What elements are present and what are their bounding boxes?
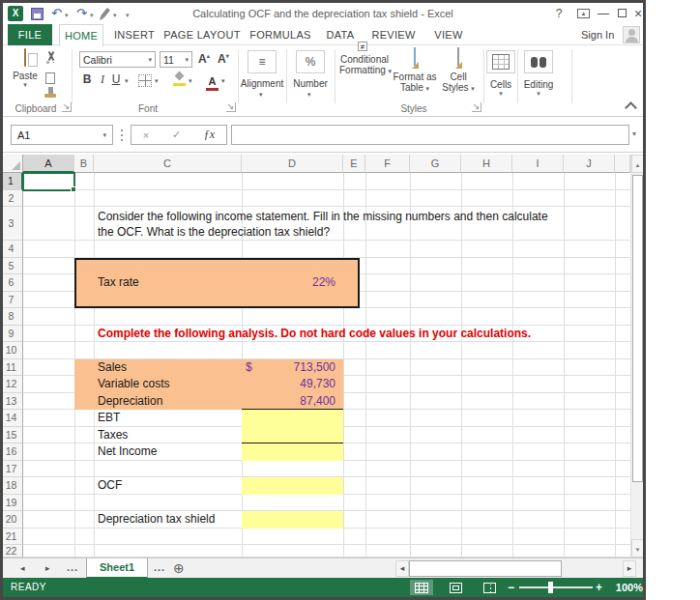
font-size-select[interactable]: 11▾ xyxy=(160,51,192,68)
cell-D13-11[interactable]: 87,400 xyxy=(242,394,335,409)
redo-button[interactable]: ↷ xyxy=(76,6,87,21)
cell-C12-8[interactable]: Variable costs xyxy=(98,377,169,391)
help-button[interactable]: ? xyxy=(550,5,568,22)
row-header-13[interactable]: 13 xyxy=(0,393,23,411)
tab-home[interactable]: HOME xyxy=(59,24,103,46)
italic-button[interactable]: I xyxy=(96,72,109,87)
horizontal-scroll-thumb[interactable] xyxy=(409,560,562,577)
number-button[interactable]: % xyxy=(296,50,325,73)
restore-button[interactable] xyxy=(618,9,627,17)
cell-C16-14[interactable]: Net Income xyxy=(98,444,157,459)
tab-insert[interactable]: INSERT xyxy=(111,24,158,45)
row-header-19[interactable]: 19 xyxy=(0,495,23,512)
cell-C15-13[interactable]: Taxes xyxy=(98,428,128,443)
cell-C3-0[interactable]: Consider the following income statement.… xyxy=(98,210,548,224)
row-header-17[interactable]: 17 xyxy=(0,461,23,478)
cell-D11-7[interactable]: 713,500 xyxy=(242,360,335,375)
cell-C9-4[interactable]: Complete the following analysis. Do not … xyxy=(98,327,531,341)
row-header-11[interactable]: 11 xyxy=(0,359,23,377)
format-as-table-button[interactable]: Format as Table ▾ xyxy=(392,48,438,93)
row-header-18[interactable]: 18 xyxy=(0,477,23,495)
zoom-slider-track[interactable] xyxy=(519,586,593,588)
column-header-H[interactable]: H xyxy=(461,155,512,173)
cancel-entry-icon[interactable]: × xyxy=(143,129,149,141)
row-header-2[interactable]: 2 xyxy=(0,190,23,208)
row-header-10[interactable]: 10 xyxy=(0,342,23,359)
fill-color-button[interactable] xyxy=(173,72,187,90)
worksheet-grid[interactable]: ABCDEFGHIJ123456789101112131415161718192… xyxy=(0,155,630,557)
row-header-7[interactable]: 7 xyxy=(0,292,23,309)
sheet-nav-right-icon[interactable]: ▸ xyxy=(45,558,50,578)
zoom-level[interactable]: 100% xyxy=(612,578,643,597)
row-header-12[interactable]: 12 xyxy=(0,376,23,393)
sheet-scroll-dots-left[interactable]: ... xyxy=(67,558,78,578)
cell-D6-3[interactable]: 22% xyxy=(242,275,335,290)
touch-mode-icon[interactable] xyxy=(101,8,110,18)
font-color-caret-icon[interactable]: ▾ xyxy=(221,77,225,85)
column-header-B[interactable]: B xyxy=(74,155,94,173)
font-dialog-launcher[interactable]: ↘ xyxy=(226,102,236,112)
row-header-16[interactable]: 16 xyxy=(0,443,23,461)
column-header-C[interactable]: C xyxy=(94,155,242,173)
styles-dialog-launcher[interactable]: ↘ xyxy=(472,102,481,112)
row-header-1[interactable]: 1 xyxy=(0,173,23,190)
tab-review[interactable]: REVIEW xyxy=(366,24,421,45)
format-painter-button[interactable] xyxy=(44,86,57,103)
clipboard-dialog-launcher[interactable]: ↘ xyxy=(62,102,72,112)
tab-page-layout[interactable]: PAGE LAYOUT xyxy=(161,24,243,45)
cells-button[interactable]: Cells ▾ xyxy=(486,50,515,98)
undo-caret-icon[interactable]: ▾ xyxy=(65,12,69,19)
ribbon-display-options-button[interactable]: ▴ xyxy=(577,9,590,18)
cell-D12-9[interactable]: 49,730 xyxy=(242,377,335,391)
redo-caret-icon[interactable]: ▾ xyxy=(90,12,94,19)
underline-button[interactable]: U xyxy=(109,72,123,86)
column-header-J[interactable]: J xyxy=(564,155,615,173)
column-header-F[interactable]: F xyxy=(365,155,410,173)
dep-tax-shield-input-cell[interactable] xyxy=(242,511,343,529)
column-header-E[interactable]: E xyxy=(343,155,365,173)
confirm-entry-icon[interactable]: ✓ xyxy=(172,129,181,141)
tab-data[interactable]: DATA xyxy=(320,24,361,45)
vertical-scrollbar[interactable]: ▴ ▾ xyxy=(630,155,643,557)
net-income-input-cell[interactable] xyxy=(242,443,343,461)
conditional-formatting-button[interactable]: ≠ Conditional Formatting ▾ xyxy=(339,48,390,75)
cell-C3-1[interactable]: the OCF. What is the depreciation tax sh… xyxy=(98,225,330,240)
ebt-input-cell[interactable] xyxy=(242,410,343,427)
active-cell-A1[interactable] xyxy=(22,172,75,191)
sheet-tab-sheet1[interactable]: Sheet1 xyxy=(86,558,148,579)
undo-button[interactable]: ↶ xyxy=(51,6,62,21)
cell-C11-5[interactable]: Sales xyxy=(98,360,127,375)
row-header-9[interactable]: 9 xyxy=(0,326,23,343)
fill-color-caret-icon[interactable]: ▾ xyxy=(189,77,192,85)
expand-formula-bar-icon[interactable]: ▾ xyxy=(632,129,636,138)
column-header-I[interactable]: I xyxy=(512,155,564,173)
tab-formulas[interactable]: FORMULAS xyxy=(247,24,314,45)
vertical-scroll-thumb[interactable] xyxy=(632,175,643,482)
borders-button[interactable] xyxy=(138,73,152,91)
row-header-22[interactable]: 22 xyxy=(0,545,23,557)
page-layout-view-button[interactable] xyxy=(444,580,467,595)
row-header-4[interactable]: 4 xyxy=(0,241,23,258)
ocf-input-cell[interactable] xyxy=(242,477,343,495)
column-header-A[interactable]: A xyxy=(23,155,74,173)
row-header-3[interactable]: 3 xyxy=(0,207,23,241)
sheet-nav-left-icon[interactable]: ◂ xyxy=(20,558,25,578)
taxes-input-cell[interactable] xyxy=(242,427,343,444)
sign-in-link[interactable]: Sign In xyxy=(581,24,614,45)
editing-button[interactable]: Editing ▾ xyxy=(522,50,555,98)
page-break-view-button[interactable] xyxy=(478,580,501,595)
formula-input[interactable] xyxy=(231,125,629,145)
name-box[interactable]: A1 ▾ xyxy=(11,125,113,145)
tab-file[interactable]: FILE xyxy=(8,24,52,45)
cell-C18-15[interactable]: OCF xyxy=(98,478,122,493)
row-header-20[interactable]: 20 xyxy=(0,511,23,529)
cell-C13-10[interactable]: Depreciation xyxy=(98,394,162,409)
row-header-14[interactable]: 14 xyxy=(0,410,23,427)
select-all-corner[interactable] xyxy=(0,155,23,173)
cell-styles-button[interactable]: Cell Styles ▾ xyxy=(438,48,479,93)
alignment-button[interactable]: ≡ xyxy=(248,50,277,73)
font-color-button[interactable]: A xyxy=(206,71,219,91)
column-header-pad[interactable] xyxy=(615,155,630,173)
shrink-font-button[interactable]: A▾ xyxy=(218,52,229,66)
font-name-select[interactable]: Calibri▾ xyxy=(79,51,156,68)
